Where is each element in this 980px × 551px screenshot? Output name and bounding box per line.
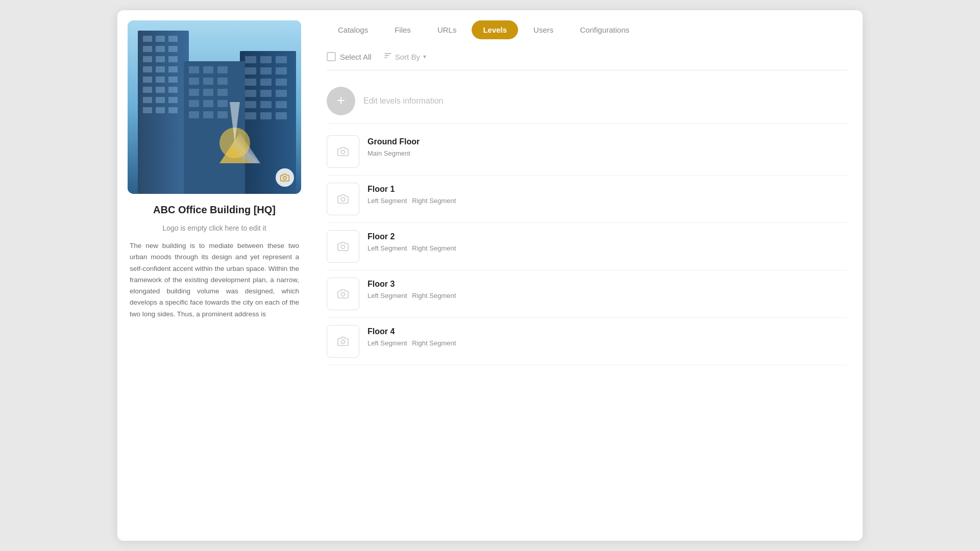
svg-rect-30 [245,67,256,74]
level-thumbnail [327,325,359,358]
sort-icon [384,52,392,62]
tab-levels[interactable]: Levels [472,20,518,39]
svg-rect-5 [143,46,152,52]
svg-rect-48 [217,66,228,73]
svg-point-70 [341,245,345,248]
svg-rect-52 [189,89,199,96]
svg-point-72 [341,340,345,343]
chevron-down-icon: ▾ [423,53,426,60]
svg-rect-33 [245,79,256,86]
plus-circle: + [327,87,355,115]
segment-badge: Left Segment [368,292,407,299]
level-thumbnail [327,230,359,263]
tab-urls[interactable]: URLs [426,20,468,39]
level-segments: Left SegmentRight Segment [368,292,456,299]
svg-rect-42 [245,112,256,119]
svg-rect-47 [203,66,213,73]
svg-rect-31 [260,67,272,74]
tab-catalogs[interactable]: Catalogs [327,20,379,39]
svg-rect-8 [143,56,152,62]
svg-rect-14 [143,77,152,83]
nav-tabs: Catalogs Files URLs Levels Users Configu… [311,10,863,39]
level-item-floor-4[interactable]: Floor 4Left SegmentRight Segment [327,318,847,365]
svg-rect-10 [168,56,178,62]
svg-rect-59 [203,111,213,118]
camera-photo-button[interactable] [276,168,294,187]
svg-rect-4 [168,36,178,42]
svg-rect-43 [260,112,272,119]
svg-rect-44 [276,112,287,119]
svg-rect-35 [276,79,287,86]
svg-point-69 [341,197,345,201]
level-item-ground-floor[interactable]: Ground FloorMain Segment [327,128,847,176]
toolbar: Select All Sort By ▾ [327,52,847,70]
segment-badge: Right Segment [412,244,456,252]
svg-rect-40 [260,101,272,108]
svg-rect-57 [217,100,228,107]
level-info: Floor 1Left SegmentRight Segment [368,183,456,205]
svg-rect-24 [156,107,165,113]
level-name: Floor 4 [368,327,456,336]
svg-rect-36 [245,90,256,97]
tab-configurations[interactable]: Configurations [569,20,641,39]
svg-rect-32 [276,67,287,74]
level-thumbnail [327,135,359,168]
sort-by-wrapper[interactable]: Sort By ▾ [384,52,426,62]
svg-rect-37 [260,90,272,97]
level-name: Ground Floor [368,137,420,146]
svg-rect-16 [168,77,178,83]
logo-placeholder-text[interactable]: Logo is empty click here to edit it [162,224,266,232]
tab-files[interactable]: Files [383,20,422,39]
level-info: Floor 4Left SegmentRight Segment [368,325,456,347]
building-title: ABC Office Building [HQ] [153,204,276,216]
main-container: ABC Office Building [HQ] Logo is empty c… [117,10,863,541]
content-area: Select All Sort By ▾ + Edit leve [311,39,863,541]
segment-badge: Left Segment [368,197,407,205]
select-all-checkbox[interactable] [327,52,336,61]
add-level-row[interactable]: + Edit levels information [327,79,847,124]
svg-rect-54 [217,89,228,96]
level-item-floor-3[interactable]: Floor 3Left SegmentRight Segment [327,270,847,318]
svg-rect-60 [217,111,228,118]
building-description: The new building is to mediate between t… [128,240,301,320]
svg-rect-41 [276,101,287,108]
level-name: Floor 1 [368,185,456,194]
svg-rect-7 [168,46,178,52]
svg-rect-34 [260,79,272,86]
tab-users[interactable]: Users [522,20,565,39]
svg-rect-51 [217,78,228,85]
svg-rect-53 [203,89,213,96]
left-panel: ABC Office Building [HQ] Logo is empty c… [117,10,311,541]
level-segments: Left SegmentRight Segment [368,339,456,347]
svg-rect-39 [245,101,256,108]
plus-icon: + [337,93,345,108]
svg-rect-3 [156,36,165,42]
svg-rect-27 [245,56,256,63]
svg-rect-46 [189,66,199,73]
segment-badge: Left Segment [368,244,407,252]
svg-rect-56 [203,100,213,107]
svg-point-68 [341,150,345,154]
svg-rect-12 [156,66,165,72]
svg-rect-21 [156,97,165,103]
levels-list: Ground FloorMain SegmentFloor 1Left Segm… [327,128,847,365]
level-item-floor-1[interactable]: Floor 1Left SegmentRight Segment [327,176,847,223]
svg-rect-25 [168,107,178,113]
select-all-wrapper[interactable]: Select All [327,52,372,61]
svg-rect-9 [156,56,165,62]
add-level-label: Edit levels information [363,96,444,106]
level-info: Floor 2Left SegmentRight Segment [368,230,456,252]
svg-rect-23 [143,107,152,113]
level-item-floor-2[interactable]: Floor 2Left SegmentRight Segment [327,223,847,270]
level-segments: Left SegmentRight Segment [368,197,456,205]
svg-rect-2 [143,36,152,42]
svg-rect-28 [260,56,272,63]
svg-rect-50 [203,78,213,85]
svg-rect-49 [189,78,199,85]
svg-rect-17 [143,87,152,93]
level-thumbnail [327,183,359,215]
svg-rect-38 [276,90,287,97]
svg-rect-6 [156,46,165,52]
level-info: Floor 3Left SegmentRight Segment [368,278,456,299]
svg-rect-55 [189,100,199,107]
